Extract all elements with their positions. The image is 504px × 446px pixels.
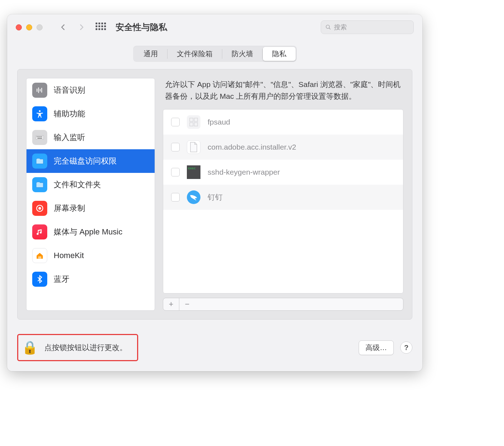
- description-text: 允许以下 App 访问诸如"邮件"、"信息"、Safari 浏览器、"家庭"、时…: [163, 78, 403, 109]
- app-row[interactable]: com.adobe.acc.installer.v2: [163, 135, 403, 160]
- svg-rect-4: [40, 89, 40, 92]
- accessibility-icon: [32, 106, 47, 121]
- screenrecord-icon: [32, 201, 47, 216]
- sidebar-item-bluetooth[interactable]: 蓝牙: [26, 267, 155, 291]
- sidebar-item-speech[interactable]: 语音识别: [26, 78, 155, 102]
- content-area: 语音识别 辅助功能 输入监听 完全磁盘访问权限: [17, 69, 412, 320]
- app-row[interactable]: exec sshd-keygen-wrapper: [163, 160, 403, 185]
- tab-general[interactable]: 通用: [134, 47, 167, 61]
- svg-point-6: [39, 110, 41, 112]
- svg-rect-18: [190, 123, 193, 126]
- app-row[interactable]: 钉钉: [163, 185, 403, 210]
- sidebar-item-label: 蓝牙: [54, 274, 69, 285]
- sidebar-item-accessibility[interactable]: 辅助功能: [26, 102, 155, 126]
- app-name: fpsaud: [208, 118, 230, 126]
- sidebar-item-label: 文件和文件夹: [54, 179, 101, 190]
- home-icon: [32, 248, 47, 263]
- checkbox[interactable]: [171, 168, 180, 176]
- forward-button: [76, 22, 86, 32]
- svg-rect-9: [38, 136, 39, 137]
- tab-firewall[interactable]: 防火墙: [222, 47, 262, 61]
- svg-rect-5: [41, 88, 42, 93]
- svg-rect-7: [36, 136, 44, 140]
- lock-text: 点按锁按钮以进行更改。: [44, 343, 127, 353]
- sidebar-item-input-monitoring[interactable]: 输入监听: [26, 126, 155, 149]
- document-icon: [187, 140, 200, 154]
- app-row[interactable]: fpsaud: [163, 110, 403, 135]
- titlebar: 安全性与隐私: [7, 14, 422, 40]
- app-list[interactable]: fpsaud com.adobe.acc.installer.v2 exec s…: [163, 109, 403, 294]
- svg-rect-13: [38, 138, 42, 139]
- add-remove-control: + −: [163, 298, 403, 311]
- exec-icon: exec: [187, 165, 200, 179]
- window-controls: [16, 24, 43, 30]
- music-icon: [32, 224, 47, 239]
- sidebar-item-label: 媒体与 Apple Music: [54, 227, 122, 237]
- tab-privacy[interactable]: 隐私: [263, 47, 296, 61]
- svg-rect-17: [194, 118, 198, 122]
- tab-filevault[interactable]: 文件保险箱: [168, 47, 222, 61]
- generic-app-icon: [187, 115, 200, 129]
- privacy-category-list[interactable]: 语音识别 辅助功能 输入监听 完全磁盘访问权限: [26, 78, 155, 311]
- sidebar-item-full-disk-access[interactable]: 完全磁盘访问权限: [26, 149, 155, 173]
- preferences-window: 安全性与隐私 通用 文件保险箱 防火墙 隐私 语音识别: [7, 14, 422, 371]
- svg-rect-12: [41, 136, 42, 137]
- sidebar-item-screen-recording[interactable]: 屏幕录制: [26, 197, 155, 220]
- svg-point-15: [38, 207, 41, 210]
- detail-pane: 允许以下 App 访问诸如"邮件"、"信息"、Safari 浏览器、"家庭"、时…: [163, 78, 403, 311]
- svg-rect-16: [190, 118, 193, 122]
- sidebar-item-label: 语音识别: [54, 85, 85, 96]
- app-name: sshd-keygen-wrapper: [208, 168, 280, 176]
- zoom-button: [37, 24, 43, 30]
- svg-point-0: [326, 25, 329, 28]
- speech-icon: [32, 83, 47, 98]
- keyboard-icon: [32, 130, 47, 145]
- search-icon: [325, 24, 331, 30]
- show-all-button[interactable]: [96, 23, 105, 32]
- sidebar-item-media-apple-music[interactable]: 媒体与 Apple Music: [26, 220, 155, 244]
- tab-bar: 通用 文件保险箱 防火墙 隐私: [7, 40, 422, 62]
- advanced-button[interactable]: 高级…: [359, 340, 394, 355]
- checkbox[interactable]: [171, 118, 180, 126]
- sidebar-item-label: 完全磁盘访问权限: [54, 156, 117, 166]
- sidebar-item-homekit[interactable]: HomeKit: [26, 244, 155, 267]
- minimize-button[interactable]: [26, 24, 32, 30]
- close-button[interactable]: [16, 24, 22, 30]
- sidebar-item-files-folders[interactable]: 文件和文件夹: [26, 173, 155, 197]
- dingtalk-icon: [187, 190, 200, 204]
- svg-rect-11: [40, 136, 41, 137]
- add-button[interactable]: +: [163, 298, 179, 310]
- app-name: 钉钉: [208, 192, 223, 202]
- svg-rect-3: [38, 87, 39, 93]
- bluetooth-icon: [32, 272, 47, 287]
- sidebar-item-label: 辅助功能: [54, 108, 85, 119]
- lock-area[interactable]: 🔒 点按锁按钮以进行更改。: [17, 334, 138, 361]
- app-name: com.adobe.acc.installer.v2: [208, 143, 296, 151]
- search-input[interactable]: [334, 24, 409, 31]
- sidebar-item-label: 输入监听: [54, 132, 85, 143]
- remove-button[interactable]: −: [179, 298, 195, 310]
- folder-icon: [32, 154, 47, 169]
- lock-icon: 🔒: [22, 340, 38, 355]
- checkbox[interactable]: [171, 143, 180, 151]
- help-button[interactable]: ?: [400, 341, 412, 354]
- svg-rect-19: [194, 123, 198, 126]
- window-title: 安全性与隐私: [116, 21, 167, 33]
- back-button[interactable]: [58, 22, 68, 32]
- search-field[interactable]: [321, 20, 414, 34]
- footer: 🔒 点按锁按钮以进行更改。 高级… ?: [7, 328, 422, 371]
- checkbox[interactable]: [171, 193, 180, 202]
- svg-rect-10: [39, 136, 40, 137]
- sidebar-item-label: HomeKit: [54, 251, 84, 260]
- svg-line-1: [329, 28, 330, 29]
- svg-rect-8: [37, 136, 37, 137]
- svg-rect-2: [37, 89, 37, 92]
- folder-icon: [32, 177, 47, 192]
- sidebar-item-label: 屏幕录制: [54, 203, 85, 214]
